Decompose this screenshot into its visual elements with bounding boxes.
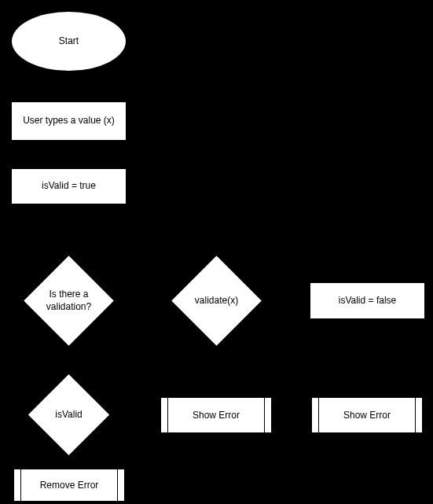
subroutine-show-error-1: Show Error bbox=[161, 398, 271, 432]
subroutine-show-error-2: Show Error bbox=[312, 398, 422, 432]
process-init-isvalid-label: isValid = true bbox=[42, 180, 96, 193]
terminator-start: Start bbox=[12, 12, 126, 71]
decision-has-validation: Is there a validation? bbox=[24, 256, 114, 346]
decision-validate-x: validate(x) bbox=[171, 256, 262, 346]
process-user-input-label: User types a value (x) bbox=[23, 115, 115, 127]
process-set-isvalid-false-label: isValid = false bbox=[339, 295, 396, 307]
subroutine-show-error-2-label: Show Error bbox=[343, 410, 391, 421]
decision-has-validation-label: Is there a validation? bbox=[31, 289, 106, 313]
decision-isvalid-label: isValid bbox=[55, 409, 82, 421]
process-set-isvalid-false: isValid = false bbox=[310, 283, 424, 318]
decision-isvalid: isValid bbox=[28, 373, 110, 456]
process-init-isvalid: isValid = true bbox=[12, 169, 126, 204]
subroutine-remove-error: Remove Error bbox=[14, 469, 124, 501]
decision-validate-x-label: validate(x) bbox=[195, 295, 238, 307]
terminator-start-label: Start bbox=[59, 35, 79, 48]
subroutine-show-error-1-label: Show Error bbox=[193, 410, 240, 421]
process-user-input: User types a value (x) bbox=[12, 102, 126, 140]
subroutine-remove-error-label: Remove Error bbox=[40, 480, 99, 491]
